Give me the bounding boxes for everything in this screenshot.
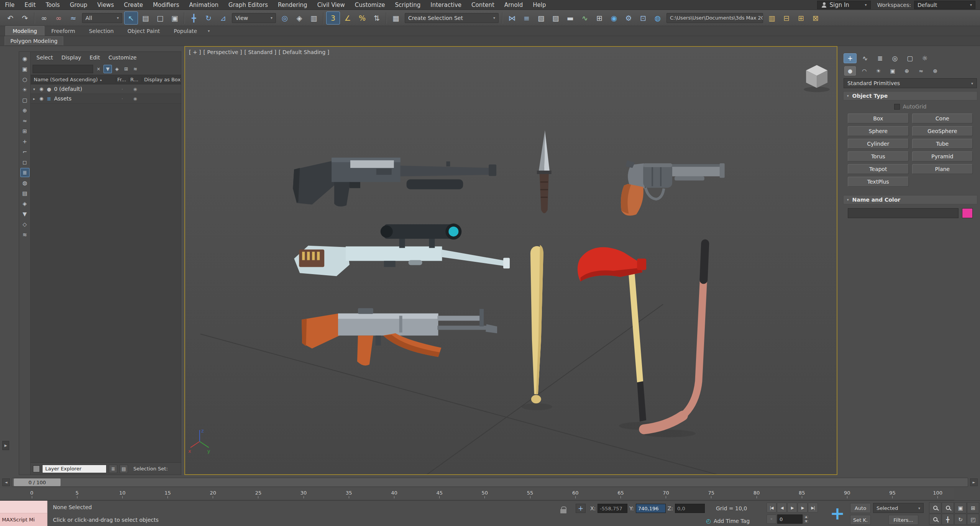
display-materials-icon[interactable]: ◍ [20,178,30,187]
render-production-icon[interactable]: ◍ [651,12,665,25]
snaps-toggle-3d-icon[interactable]: 3 [326,12,340,25]
filter-combinations-icon[interactable]: ▼ [20,209,30,219]
display-helpers-icon[interactable]: ⊕ [20,106,30,115]
sort-hierarchy-icon[interactable]: ▤ [20,189,30,198]
primitive-button[interactable]: Plane [912,164,973,174]
menu-item[interactable]: Arnold [499,0,528,10]
lights-category-icon[interactable]: ☀ [873,66,884,76]
model-baseball-bat[interactable] [530,245,543,403]
z-coordinate-field[interactable] [675,504,705,513]
use-pivot-point-center-icon[interactable]: ◎ [278,12,292,25]
set-key-button[interactable]: Set K. [850,515,871,525]
zoom-extents-button[interactable]: ▣ [954,502,967,513]
open-recent-scene-icon[interactable]: ⊟ [780,12,793,25]
object-type-rollout-header[interactable]: ▾ Object Type [843,91,977,100]
curve-editor-icon[interactable]: ∿ [578,12,592,25]
menu-item[interactable]: Tools [41,0,65,10]
align-icon[interactable]: ≡ [520,12,534,25]
pan-view-button[interactable]: ╋ [942,514,954,525]
object-color-swatch[interactable] [962,208,973,218]
display-xrefs-icon[interactable]: + [20,137,30,146]
selection-filter-dropdown[interactable]: All▾ [82,13,122,23]
workspace-layout-a-icon[interactable]: ⊞ [794,12,808,25]
mirror-icon[interactable]: ⋈ [505,12,519,25]
menu-item[interactable]: Edit [20,0,41,10]
menu-item[interactable]: Animation [184,0,223,10]
maxscript-listener-line[interactable] [0,501,47,513]
zoom-button[interactable] [929,502,941,513]
menu-item[interactable]: Scripting [390,0,426,10]
create-tab-icon[interactable]: + [844,53,857,63]
display-layers-icon[interactable]: ≣ [20,168,30,177]
column-render[interactable]: R... [129,77,142,82]
object-name-field[interactable] [848,208,959,218]
add-time-tag[interactable]: ◴ Add Time Tag [706,518,750,524]
perspective-viewport[interactable]: [ + ] [ Perspective ] [ Standard ] [ Def… [184,46,837,475]
model-ak47[interactable] [302,308,497,366]
select-by-name-icon[interactable]: ▤ [139,12,153,25]
sign-in-button[interactable]: Sign In ▾ [817,1,871,9]
pick-object-icon[interactable]: ◉ [20,54,30,63]
toggle-ribbon-icon[interactable]: ▬ [563,12,577,25]
time-slider-handle[interactable]: 0 / 100 [14,478,61,486]
motion-tab-icon[interactable]: ◎ [888,53,901,63]
sync-selection-icon[interactable]: ◈ [20,199,30,208]
primitive-button[interactable]: Torus [848,151,909,161]
maxscript-mini-listener[interactable]: MAXScript Mi [0,501,48,526]
helpers-category-icon[interactable]: ⊕ [901,66,913,76]
unlink-selection-icon[interactable]: ∞ [52,12,66,25]
visibility-eye-icon[interactable]: ◉ [38,86,45,92]
render-setup-icon[interactable]: ⚙ [622,12,635,25]
layer-row[interactable]: ▸ ◉ ≣ Assets · ◉ [31,94,181,104]
toggle-layer-explorer-icon[interactable]: ▨ [549,12,563,25]
angle-snap-toggle-icon[interactable]: ∠ [341,12,355,25]
menu-item[interactable]: Customize [350,0,390,10]
select-object-icon[interactable]: ↖ [124,12,138,25]
column-name[interactable]: Name (Sorted Ascending) ▴ [31,77,116,82]
model-sniper-rifle[interactable] [294,224,510,276]
absolute-mode-icon[interactable]: + [576,504,586,513]
orbit-button[interactable]: ↻ [954,514,967,525]
create-selection-set-dropdown[interactable]: Create Selection Set▾ [405,13,499,23]
viewport-pov-menu[interactable]: [ Perspective ] [204,49,242,55]
go-to-end-icon[interactable]: ▶| [808,503,818,513]
next-frame-arrow[interactable]: ► [970,478,978,486]
model-hockey-stick[interactable] [644,243,705,429]
shapes-category-icon[interactable]: ◠ [859,66,870,76]
select-and-move-icon[interactable]: ╋ [187,12,201,25]
zoom-extents-all-button[interactable]: ⊞ [967,502,979,513]
spinner-snap-toggle-icon[interactable]: ⇅ [370,12,384,25]
explorer-type-dropdown[interactable]: Layer Explorer [42,465,107,473]
explorer-menu-item[interactable]: Customize [104,53,141,62]
primitive-button[interactable]: Cylinder [848,139,909,149]
display-cameras-icon[interactable]: ▢ [20,95,30,105]
viewport-shading-menu[interactable]: [ Default Shading ] [279,49,329,55]
explorer-search-input[interactable] [33,65,93,73]
time-slider-track[interactable]: 0 / 100 [12,478,968,487]
x-coordinate-field[interactable] [598,504,627,513]
primitive-button[interactable]: GeoSphere [912,126,973,136]
systems-category-icon[interactable]: ⊛ [929,66,941,76]
auto-key-button[interactable]: Auto [850,503,871,513]
panel-collapse-arrow[interactable]: ▶ [2,441,9,450]
rectangular-selection-region-icon[interactable]: □ [153,12,167,25]
ribbon-tab[interactable]: Freeform [44,26,82,36]
play-animation-icon[interactable]: ▶ [787,503,797,513]
menu-item[interactable]: Views [92,0,119,10]
ribbon-tab[interactable]: Populate [167,26,204,36]
column-frozen[interactable]: Fr... [116,77,129,82]
display-geometry-icon[interactable]: ▣ [20,64,30,74]
lock-explorer-icon[interactable]: ◇ [20,220,30,229]
menu-item[interactable]: Graph Editors [223,0,273,10]
autogrid-checkbox[interactable] [894,104,900,110]
zoom-all-button[interactable] [942,502,954,513]
display-bones-icon[interactable]: ⌐ [20,147,30,156]
project-folder-field[interactable]: C:\Users\User\Documents\3ds Max 2020▾ [666,13,763,23]
column-display-as-box[interactable]: Display as Box [142,77,181,82]
workspace-layout-b-icon[interactable]: ⊠ [809,12,822,25]
frozen-cell[interactable]: · [116,87,129,92]
viewport-standard-menu[interactable]: [ Standard ] [244,49,276,55]
hierarchy-tab-icon[interactable]: ≣ [873,53,886,63]
utilities-tab-icon[interactable]: ☼ [918,53,931,63]
frozen-cell[interactable]: · [116,96,129,101]
